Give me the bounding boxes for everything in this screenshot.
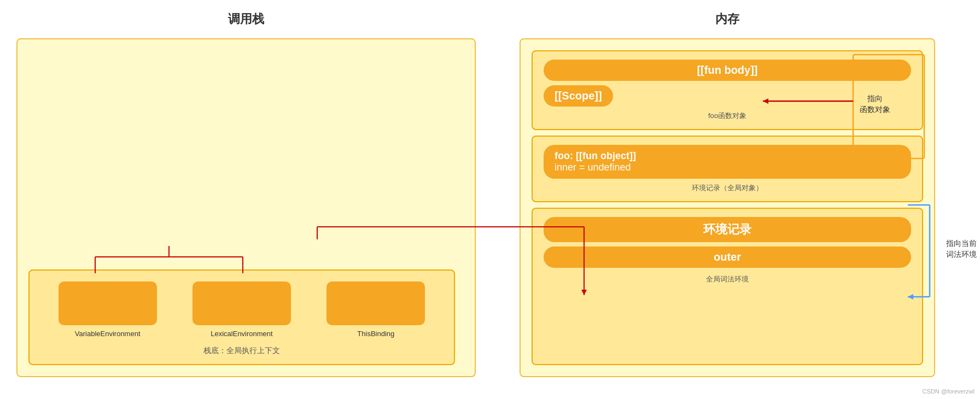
global-lex-block: 环境记录 outer 全局词法环境 [532,208,923,365]
outer-text: outer [714,251,741,263]
stack-boxes-row: VariableEnvironment LexicalEnvironment T… [46,281,438,338]
huanjing-text: 环境记录 [703,222,751,236]
fun-body-pill: [[fun body]] [544,60,911,81]
memory-area: [[fun body]] [[Scope]] foo函数对象 foo: [[fu… [520,38,935,377]
this-binding-label: ThisBinding [357,330,394,338]
right-title: 内存 [715,11,739,27]
bracket-svg [46,246,440,273]
main-container: 调用栈 VariableEnvironment [0,0,980,399]
foo-function-block: [[fun body]] [[Scope]] foo函数对象 [532,50,923,130]
global-lex-label: 全局词法环境 [544,274,911,284]
env-record-label: 环境记录（全局对象） [544,183,911,193]
lexical-environment-box [192,281,291,325]
watermark: CSDN @foreverzwl [922,388,975,395]
variable-environment-box [59,281,157,325]
outer-pill: outer [544,247,911,268]
scope-pill: [[Scope]] [544,85,613,107]
lexical-environment-label: LexicalEnvironment [211,330,272,338]
huanjing-pill: 环境记录 [544,217,911,242]
stack-bottom-area: VariableEnvironment LexicalEnvironment T… [28,269,455,365]
call-stack-area: VariableEnvironment LexicalEnvironment T… [16,38,476,377]
inner-undef-text: inner = undefined [555,162,900,173]
foo-function-label: foo函数对象 [544,111,911,121]
this-binding-box [326,281,425,325]
right-panel: 内存 [[fun body]] [[Scope]] foo函数对象 foo: [… [492,0,962,399]
foo-line-text: foo: [[fun object]] [555,150,900,162]
stack-bottom-label: 栈底：全局执行上下文 [46,346,438,356]
global-env-block: foo: [[fun object]] inner = undefined 环境… [532,136,923,202]
global-env-pill: foo: [[fun object]] inner = undefined [544,145,911,179]
fun-body-text: [[fun body]] [697,64,757,76]
variable-environment-label: VariableEnvironment [75,330,141,338]
left-title: 调用栈 [228,11,264,27]
left-panel: 调用栈 VariableEnvironment [0,0,492,399]
scope-text: [[Scope]] [555,90,602,102]
